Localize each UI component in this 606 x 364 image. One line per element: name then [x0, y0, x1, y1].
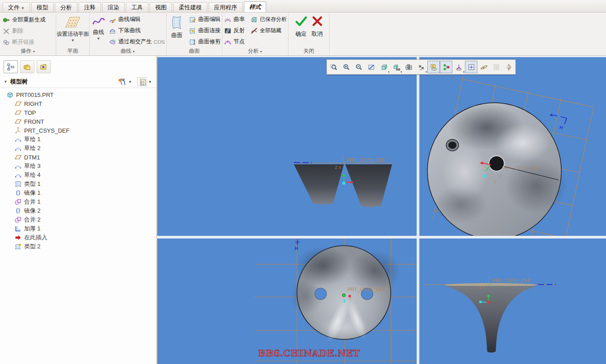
favorites-tab[interactable]	[37, 60, 51, 73]
tree-item-label: 加厚 1	[24, 225, 41, 233]
group-label-curve[interactable]: 曲线▼	[90, 47, 166, 56]
cone-left	[294, 164, 344, 205]
datum-display-filters-button[interactable]: ▾	[415, 61, 427, 73]
tree-item-merge-1[interactable]: 合并 1	[0, 197, 156, 206]
point-tag-display-button[interactable]	[440, 61, 452, 73]
tree-item-sketch-4[interactable]: 草绘 4	[0, 171, 156, 180]
tree-item-label: FRONT	[24, 118, 44, 125]
model-disk-3d	[427, 103, 568, 236]
display-style-button[interactable]: ▾	[377, 61, 390, 73]
tree-item-mirror-1[interactable]: 镜像 1	[0, 188, 156, 197]
sketch-orientation-marker: H	[295, 239, 300, 251]
tab-render[interactable]: 渲染	[102, 2, 125, 12]
node-button[interactable]: 节点	[222, 36, 249, 47]
node-label: 节点	[234, 38, 245, 46]
tab-tools[interactable]: 工具	[126, 2, 148, 12]
tree-item-sketch-1[interactable]: 草绘 1	[0, 135, 156, 144]
tree-item-insert-here[interactable]: 在此插入	[0, 233, 156, 242]
regenerate-icon	[2, 17, 10, 24]
tree-item-style-1[interactable]: 类型 1	[0, 180, 156, 188]
tree-item-plane-right[interactable]: RIGHT	[0, 99, 156, 108]
cancel-button[interactable]: 取消	[312, 16, 323, 38]
reflection-button[interactable]: 反射	[222, 25, 249, 36]
tab-file[interactable]: 文件▼	[3, 2, 30, 12]
hide-all-button[interactable]: 全部隐藏	[249, 25, 288, 36]
tab-label: 渲染	[108, 4, 119, 11]
caret-down-icon: ▼	[97, 37, 100, 41]
tree-filter-button[interactable]: ▼	[137, 77, 152, 86]
set-active-plane-button[interactable]: 设置活动平面 ▼	[56, 13, 89, 42]
viewport-side-canvas[interactable]: PRT_CSYS_DEF Z X	[419, 238, 606, 364]
tab-style[interactable]: 样式	[244, 1, 266, 12]
curve-button[interactable]: 曲线 ▼	[90, 13, 107, 47]
section-display-button[interactable]	[502, 61, 515, 73]
zoom-in-button[interactable]	[340, 61, 352, 73]
repaint-button[interactable]	[365, 61, 377, 73]
ribbon-group-operations: 全部重新生成 删除 断开链接	[1, 13, 55, 49]
grid-display-button[interactable]	[490, 61, 502, 73]
curve-edit-button[interactable]: 曲线编辑	[107, 14, 166, 25]
tree-item-merge-2[interactable]: 合并 2	[0, 215, 156, 224]
group-label-close: 关闭	[288, 47, 329, 56]
zoom-window-button[interactable]	[327, 61, 340, 73]
caret-down-icon: ▼	[148, 80, 152, 84]
sketch-icon	[14, 163, 22, 170]
tree-item-style-2[interactable]: 类型 2	[0, 242, 156, 251]
viewport-side[interactable]: PRT_CSYS_DEF Z X	[419, 238, 606, 364]
tree-item-plane-front[interactable]: FRONT	[0, 117, 156, 126]
tab-analysis[interactable]: 分析	[55, 2, 77, 12]
curvature-icon	[224, 16, 232, 23]
csys-display-button[interactable]: ▾	[452, 61, 465, 73]
tab-view[interactable]: 视图	[150, 2, 172, 12]
curve-icon	[92, 16, 106, 26]
folder-browser-tab[interactable]	[20, 60, 34, 73]
tree-item-plane-top[interactable]: TOP	[0, 108, 156, 117]
hide-all-label: 全部隐藏	[260, 27, 281, 34]
tab-flexible-modeling[interactable]: 柔性建模	[173, 2, 207, 12]
group-label-operations[interactable]: 操作▼	[1, 47, 55, 56]
viewport-top[interactable]: PRT_CSYS_DEF x H BBS.CHINADE.NET	[157, 238, 417, 364]
surface-edit-button[interactable]: 曲面编辑	[187, 14, 222, 25]
tree-item-sketch-3[interactable]: 草绘 3	[0, 162, 156, 171]
surface-connect-button[interactable]: 曲面连接	[187, 25, 222, 36]
tab-model[interactable]: 模型	[31, 2, 54, 12]
break-link-button[interactable]: 断开链接	[1, 37, 55, 48]
model-tree-tab[interactable]	[4, 60, 18, 73]
viewport-top-canvas[interactable]: PRT_CSYS_DEF x H BBS.CHINADE.NET	[157, 238, 417, 364]
tree-item-thicken-1[interactable]: 加厚 1	[0, 224, 156, 233]
tree-item-label: 类型 2	[24, 243, 41, 251]
ok-label: 确定	[296, 30, 307, 38]
viewport-3d-canvas[interactable]: PRT_CSYS_DEF y z H	[419, 57, 606, 236]
tree-settings-button[interactable]: ▼	[118, 78, 132, 86]
saved-analysis-button[interactable]: 已保存分析	[249, 14, 288, 25]
curvature-button[interactable]: 曲率	[222, 14, 249, 25]
plane-tag-display-button[interactable]: Z	[427, 61, 440, 73]
tab-annotate[interactable]: 注释	[79, 2, 101, 12]
drop-curve-button[interactable]: 下落曲线	[107, 25, 166, 36]
tab-applications[interactable]: 应用程序	[209, 2, 242, 12]
delete-button[interactable]: 删除	[1, 25, 55, 37]
group-label-analysis[interactable]: 分析▼	[222, 47, 288, 56]
viewport-front-canvas[interactable]: PRT_CSYS_DEF Z X	[157, 57, 417, 236]
viewport-3d[interactable]: PRT_CSYS_DEF y z H	[419, 57, 606, 236]
tree-item-sketch-2[interactable]: 草绘 2	[0, 144, 156, 153]
ok-button[interactable]: 确定	[295, 16, 307, 38]
saved-orientations-button[interactable]: AB▾	[390, 61, 402, 73]
surface-trim-button[interactable]: 曲面修剪	[187, 36, 222, 47]
tree-item-mirror-2[interactable]: 镜像 2	[0, 206, 156, 215]
viewport-front[interactable]: PRT_CSYS_DEF Z X	[157, 57, 417, 236]
collapse-twisty-icon[interactable]: ▼	[4, 79, 8, 84]
tree-item-dtm1[interactable]: DTM1	[0, 153, 156, 162]
sketch-icon	[14, 136, 22, 143]
spin-center-button[interactable]	[465, 61, 477, 73]
tree-item-csys-def[interactable]: PRT_CSYS_DEF	[0, 126, 156, 135]
curve-by-intersect-button[interactable]: 通过相交产生 COS	[107, 36, 166, 47]
annotation-display-button[interactable]	[477, 61, 490, 73]
zoom-out-button[interactable]	[352, 61, 365, 73]
surface-button[interactable]: 曲面	[167, 13, 187, 47]
tree-item-part-root[interactable]: PRT0015.PRT	[0, 90, 156, 99]
regenerate-all-button[interactable]: 全部重新生成	[1, 14, 55, 25]
thicken-icon	[14, 225, 22, 232]
view-capture-button[interactable]	[402, 61, 415, 73]
favorites-icon	[40, 63, 48, 71]
